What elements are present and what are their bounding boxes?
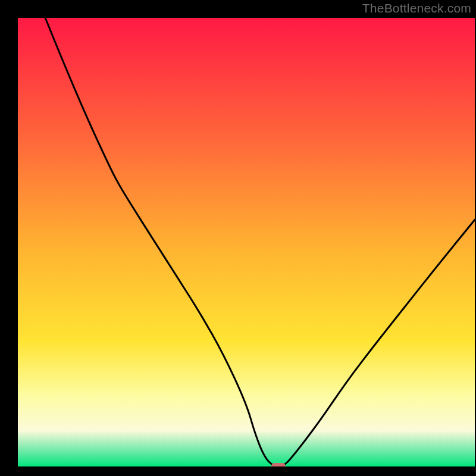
chart-svg [18, 18, 475, 466]
chart-background [18, 18, 475, 466]
watermark-text: TheBottleneck.com [362, 1, 471, 15]
optimal-marker [271, 463, 286, 466]
chart-plot-area [18, 18, 475, 466]
